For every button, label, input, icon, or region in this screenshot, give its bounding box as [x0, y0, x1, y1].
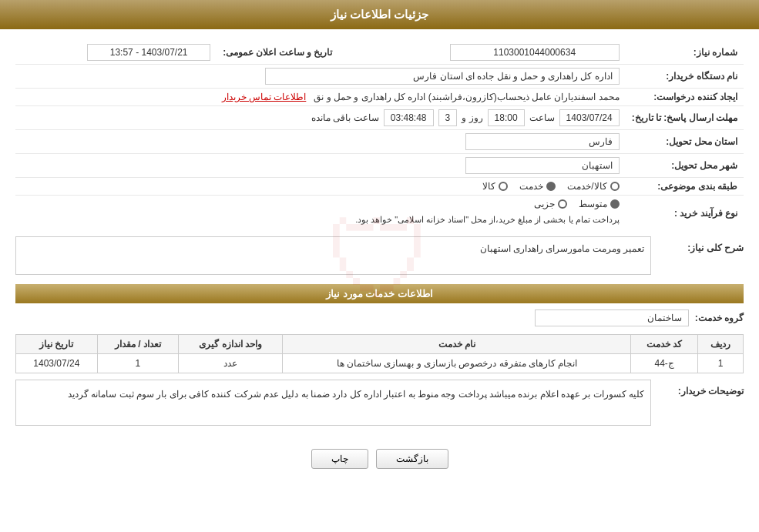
col-code: کد خدمت [631, 335, 698, 354]
col-row: ردیف [698, 335, 744, 354]
radio-kala-khedmat [610, 182, 620, 191]
col-date: تاریخ نیاز [16, 335, 98, 354]
buyer-notes-value: کلیه کسورات بر عهده اعلام برنده میباشد پ… [15, 380, 651, 426]
announce-label: تاریخ و ساعت اعلان عمومی: [217, 41, 355, 65]
process-option-mutawasit[interactable]: متوسط [579, 199, 620, 209]
category-option-kala-khedmat[interactable]: کالا/خدمت [567, 181, 619, 192]
deadline-days: 3 [438, 109, 458, 126]
deadline-days-label: روز و [462, 112, 482, 123]
radio-jozii [558, 199, 567, 209]
request-number-value: 1103001044000634 [450, 44, 620, 61]
header-title: جزئیات اطلاعات نیاز [331, 8, 428, 21]
table-row: 1ج-44انجام کارهای متفرقه درخصوص بازسازی … [16, 354, 744, 373]
category-label: طبقه بندی موضوعی: [626, 178, 744, 196]
page-header: جزئیات اطلاعات نیاز [0, 0, 759, 29]
footer-buttons: بازگشت چاپ [15, 437, 744, 480]
request-number-label: شماره نیاز: [626, 41, 744, 65]
deadline-remaining-label: ساعت باقی مانده [311, 112, 379, 123]
print-button[interactable]: چاپ [311, 449, 368, 469]
col-name: نام خدمت [283, 335, 631, 354]
col-qty: تعداد / مقدار [97, 335, 179, 354]
creator-label: ایجاد کننده درخواست: [626, 89, 744, 106]
buyer-org-value: اداره کل راهداری و حمل و نقل جاده ای است… [265, 68, 620, 85]
creator-value: محمد اسفندیاران عامل ذیحساب(کازرون،فراشب… [314, 92, 619, 102]
description-label: شرح کلی نیاز: [659, 236, 744, 253]
category-option-khedmat[interactable]: خدمت [519, 181, 556, 192]
process-label: نوع فرآیند خرید : [626, 196, 744, 231]
deadline-remaining: 03:48:48 [384, 109, 434, 126]
province-value: فارس [465, 133, 620, 150]
province-label: استان محل تحویل: [626, 130, 744, 154]
city-value: استهبان [465, 157, 620, 174]
description-value: تعمیر ومرمت مامورسرای راهداری استهبان [15, 236, 651, 275]
deadline-time: 18:00 [488, 109, 525, 126]
deadline-time-label: ساعت [529, 112, 555, 123]
process-option-jozii[interactable]: جزیی [534, 199, 567, 209]
service-group-value: ساختمان [535, 309, 689, 326]
category-option-kala[interactable]: کالا [482, 181, 508, 192]
radio-kala [499, 182, 508, 191]
buyer-org-label: نام دستگاه خریدار: [626, 65, 744, 89]
city-label: شهر محل تحویل: [626, 154, 744, 178]
deadline-label: مهلت ارسال پاسخ: تا تاریخ: [626, 106, 744, 130]
process-note: پرداخت تمام یا بخشی از مبلغ خرید،از محل … [22, 212, 620, 227]
announce-value: 1403/07/21 - 13:57 [87, 44, 210, 61]
deadline-date: 1403/07/24 [559, 109, 620, 126]
radio-khedmat [546, 182, 556, 191]
contact-link[interactable]: اطلاعات تماس خریدار [222, 92, 307, 102]
radio-mutawasit [610, 199, 620, 209]
back-button[interactable]: بازگشت [376, 449, 448, 469]
services-table: ردیف کد خدمت نام خدمت واحد اندازه گیری ت… [15, 334, 744, 373]
col-unit: واحد اندازه گیری [179, 335, 283, 354]
buyer-notes-label: توضیحات خریدار: [659, 380, 744, 396]
main-info-table: شماره نیاز: 1103001044000634 تاریخ و ساع… [15, 41, 744, 230]
service-group-label: گروه خدمت: [695, 313, 744, 323]
services-section-title: اطلاعات خدمات مورد نیاز [15, 284, 744, 303]
